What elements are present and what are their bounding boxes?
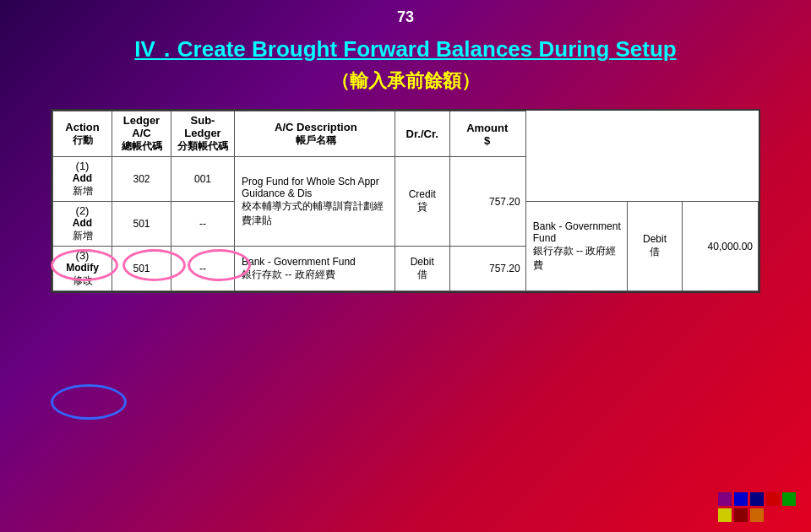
cell-action-1: (2) Add 新增 [53, 202, 112, 247]
cell-desc-en-1: Bank - Government Fund 銀行存款 -- 政府經費 [525, 202, 627, 291]
cell-ledger-1: 501 [112, 202, 171, 247]
decorative-squares [718, 492, 803, 522]
decorative-square [766, 492, 780, 506]
cell-action-0: (1) Add 新增 [53, 157, 112, 202]
cell-ledger-0: 302 [112, 157, 171, 202]
title-sub: （輸入承前餘額） [0, 68, 811, 94]
decorative-square [750, 492, 764, 506]
cell-subledger-2: -- [171, 247, 235, 291]
decorative-square [750, 508, 764, 522]
decorative-square [718, 508, 732, 522]
cell-action-2: (3) Modify 修改 [53, 247, 112, 291]
table-row: (1) Add 新增 302 001 Prog Fund for Whole S… [53, 157, 759, 202]
header-ledger: Ledger A/C 總帳代碼 [112, 111, 171, 157]
header-subledger: Sub-Ledger 分類帳代碼 [171, 111, 235, 157]
decorative-square [734, 508, 748, 522]
cell-ledger-2: 501 [112, 247, 171, 291]
cell-desc-en-0: Prog Fund for Whole Sch Appr Guidance & … [235, 157, 395, 247]
annotation-circle-blue [51, 384, 127, 420]
cell-drcr-en-2: Debit 借 [395, 247, 449, 291]
cell-amount-1: 40,000.00 [683, 202, 759, 291]
header-amount: Amount $ [449, 111, 525, 157]
cell-desc-en-2: Bank - Government Fund 銀行存款 -- 政府經費 [235, 247, 395, 291]
header-action: Action 行動 [53, 111, 112, 157]
title-section: IV．Create Brought Forward Balances Durin… [0, 35, 811, 94]
header-drcr: Dr./Cr. [395, 111, 449, 157]
header-desc: A/C Description 帳戶名稱 [235, 111, 395, 157]
decorative-square [734, 492, 748, 506]
cell-amount-2: 757.20 [449, 247, 525, 291]
cell-subledger-0: 001 [171, 157, 235, 202]
page-number: 73 [0, 0, 811, 26]
cell-drcr-en-0: Credit 貸 [395, 157, 449, 247]
cell-amount-0: 757.20 [449, 157, 525, 247]
table-container: Action 行動 Ledger A/C 總帳代碼 Sub-Ledger 分類帳… [51, 109, 760, 293]
ledger-table: Action 行動 Ledger A/C 總帳代碼 Sub-Ledger 分類帳… [52, 111, 759, 291]
table-header-row: Action 行動 Ledger A/C 總帳代碼 Sub-Ledger 分類帳… [53, 111, 759, 157]
decorative-square [718, 492, 732, 506]
cell-subledger-1: -- [171, 202, 235, 247]
title-main: IV．Create Brought Forward Balances Durin… [0, 35, 811, 64]
cell-drcr-en-1: Debit 借 [628, 202, 683, 291]
decorative-square [782, 492, 796, 506]
